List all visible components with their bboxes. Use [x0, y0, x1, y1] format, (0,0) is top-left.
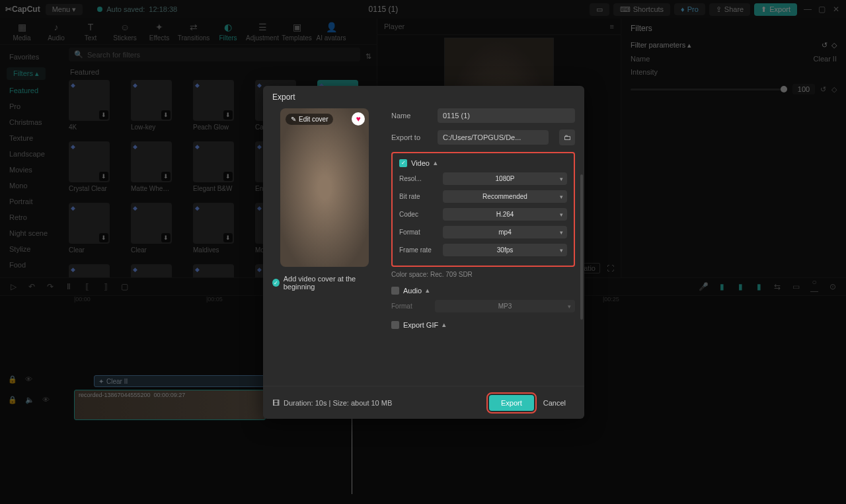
edit-cover-button[interactable]: ✎ Edit cover [286, 114, 333, 125]
chevron-up-icon[interactable]: ▴ [442, 320, 446, 329]
audio-header: Audio [403, 287, 422, 295]
video-checkbox[interactable]: ✓ [399, 159, 407, 167]
chevron-up-icon[interactable]: ▴ [426, 286, 430, 295]
setting-frame-rate[interactable]: 30fps▾ [443, 244, 567, 256]
setting-resol-[interactable]: 1080P▾ [443, 172, 567, 185]
export-cancel-button[interactable]: Cancel [534, 395, 575, 411]
add-cover-checkbox[interactable]: ✓ [272, 279, 280, 287]
audio-format-label: Format [391, 303, 428, 310]
export-cover-preview[interactable]: ✎ Edit cover ♥ [280, 108, 369, 267]
dialog-scrollbar[interactable] [580, 174, 583, 320]
setting-format[interactable]: mp4▾ [443, 226, 567, 238]
export-to-input[interactable]: C:/Users/TOPGUS/De... [438, 130, 549, 145]
export-duration: Duration: 10s | Size: about 10 MB [284, 399, 392, 407]
export-dialog-title: Export [263, 86, 584, 108]
export-to-label: Export to [391, 133, 431, 141]
export-name-input[interactable]: 0115 (1) [438, 108, 575, 123]
chevron-up-icon[interactable]: ▴ [434, 159, 438, 167]
setting-codec[interactable]: H.264▾ [443, 208, 567, 221]
audio-checkbox[interactable] [391, 287, 399, 295]
color-space-note: Color space: Rec. 709 SDR [391, 271, 575, 278]
export-dialog: Export ✎ Edit cover ♥ ✓ Add video cover … [263, 86, 584, 419]
favorite-icon[interactable]: ♥ [352, 112, 365, 126]
add-cover-label: Add video cover at the beginning [284, 275, 378, 291]
video-settings-box: ✓ Video ▴ Resol...1080P▾Bit rateRecommen… [391, 152, 575, 267]
gif-header: Export GIF [403, 321, 438, 329]
browse-folder-button[interactable]: 🗀 [559, 129, 575, 145]
setting-bit-rate[interactable]: Recommended▾ [443, 190, 567, 203]
film-icon: 🎞 [272, 399, 280, 407]
audio-format-select: MP3▾ [435, 300, 575, 312]
video-header: Video [411, 159, 430, 167]
gif-checkbox[interactable] [391, 321, 399, 329]
export-confirm-button[interactable]: Export [489, 395, 534, 411]
export-name-label: Name [391, 112, 431, 120]
